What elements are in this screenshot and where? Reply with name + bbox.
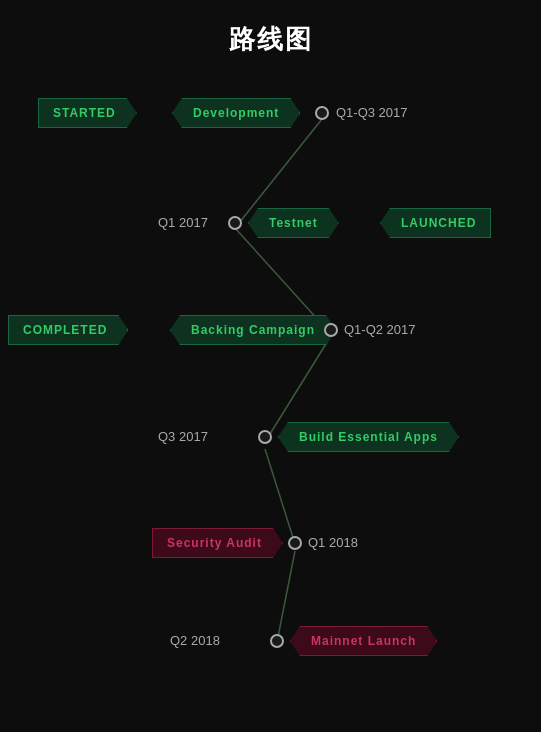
node-dot-2	[228, 216, 242, 230]
launched-badge: LAUNCHED	[380, 208, 491, 238]
security-audit-badge: Security Audit	[152, 528, 283, 558]
date-q1q3-2017: Q1-Q3 2017	[336, 105, 408, 120]
testnet-badge: Testnet	[248, 208, 339, 238]
node-dot-1	[315, 106, 329, 120]
mainnet-launch-badge: Mainnet Launch	[290, 626, 437, 656]
date-q3-2017: Q3 2017	[158, 429, 208, 444]
node-dot-3	[324, 323, 338, 337]
development-badge: Development	[172, 98, 300, 128]
node-dot-4	[258, 430, 272, 444]
build-apps-badge: Build Essential Apps	[278, 422, 459, 452]
date-q2-2018: Q2 2018	[170, 633, 220, 648]
node-dot-5	[288, 536, 302, 550]
node-dot-6	[270, 634, 284, 648]
date-q1q2-2017: Q1-Q2 2017	[344, 322, 416, 337]
completed-badge: COMPLETED	[8, 315, 128, 345]
date-q1-2018: Q1 2018	[308, 535, 358, 550]
date-q1-2017: Q1 2017	[158, 215, 208, 230]
backing-campaign-badge: Backing Campaign	[170, 315, 336, 345]
roadmap-container: STARTED Development Q1-Q3 2017 Q1 2017 T…	[0, 0, 541, 732]
started-badge: STARTED	[38, 98, 137, 128]
